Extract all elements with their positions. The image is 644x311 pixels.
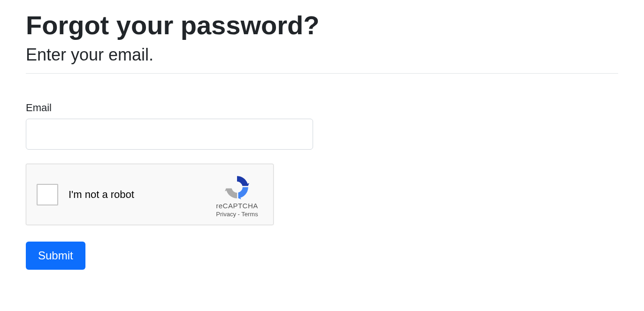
recaptcha-brand: reCAPTCHA xyxy=(216,202,258,210)
recaptcha-label: I'm not a robot xyxy=(69,189,211,201)
recaptcha-links: Privacy - Terms xyxy=(216,211,258,218)
page-title: Forgot your password? xyxy=(26,9,618,41)
recaptcha-widget: I'm not a robot reCAPTCHA Privacy - Term… xyxy=(26,164,274,225)
divider xyxy=(26,73,618,74)
recaptcha-badge: reCAPTCHA Privacy - Terms xyxy=(211,172,263,218)
recaptcha-checkbox[interactable] xyxy=(37,184,58,205)
recaptcha-terms-link[interactable]: Terms xyxy=(241,211,258,218)
page-subtitle: Enter your email. xyxy=(26,45,618,65)
recaptcha-icon xyxy=(224,174,250,200)
email-field[interactable] xyxy=(26,119,313,150)
recaptcha-privacy-link[interactable]: Privacy xyxy=(216,211,236,218)
email-label: Email xyxy=(26,102,618,114)
submit-button[interactable]: Submit xyxy=(26,242,85,270)
recaptcha-separator: - xyxy=(236,211,241,218)
